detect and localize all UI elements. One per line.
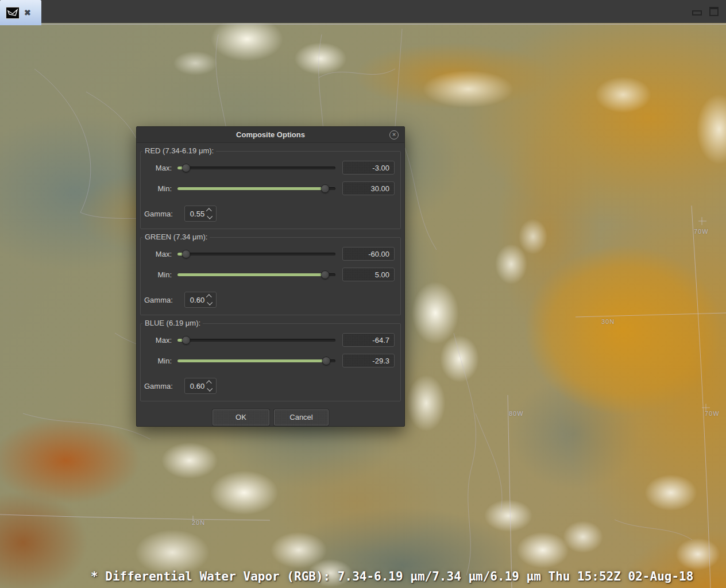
red-group-label: RED (7.34-6.19 μm): (142, 146, 216, 155)
green-gamma-label: Gamma: (144, 296, 173, 304)
blue-max-label: Max: (144, 336, 172, 345)
slider-handle[interactable] (322, 357, 330, 365)
maximize-icon (709, 7, 719, 16)
blue-max-slider[interactable] (177, 336, 335, 345)
graticule-label-70w-upper: 70W (694, 228, 709, 235)
spinner-up-icon[interactable] (206, 208, 212, 214)
blue-max-row: Max: -64.7 (144, 333, 395, 347)
composite-options-dialog: Composite Options ✕ RED (7.34-6.19 μm): … (136, 126, 405, 427)
red-min-label: Min: (144, 184, 172, 193)
slider-track[interactable] (177, 253, 335, 256)
slider-fill (177, 187, 325, 190)
graticule-label-30n: 30N (601, 318, 615, 325)
green-channel-group: GREEN (7.34 μm): Max: -60.00 Min: 5.00 (140, 237, 401, 315)
blue-gamma-spinner[interactable]: 0.60 (184, 378, 217, 394)
green-group-label: GREEN (7.34 μm): (142, 233, 210, 241)
blue-min-value-field[interactable]: -29.3 (342, 354, 395, 368)
slider-track[interactable] (177, 339, 335, 342)
green-max-value-field[interactable]: -60.00 (342, 247, 395, 261)
ok-button[interactable]: OK (213, 409, 269, 425)
dialog-titlebar[interactable]: Composite Options ✕ (137, 127, 404, 143)
spinner-up-icon[interactable] (206, 380, 212, 386)
red-max-value-field[interactable]: -3.00 (342, 161, 395, 175)
tab-thumbnail-icon (6, 7, 20, 19)
window-titlebar: ✖ (0, 0, 726, 23)
dialog-close-icon[interactable]: ✕ (389, 130, 399, 140)
slider-track[interactable] (177, 167, 335, 169)
green-gamma-spinner[interactable]: 0.60 (184, 292, 217, 308)
tab-close-icon[interactable]: ✖ (24, 9, 31, 17)
red-gamma-value[interactable]: 0.55 (190, 210, 206, 218)
image-annotation-text: * Differential Water Vapor (RGB): 7.34-6… (91, 570, 693, 583)
slider-fill (177, 359, 326, 362)
blue-gamma-label: Gamma: (144, 382, 173, 390)
red-gamma-row: Gamma: 0.55 (144, 206, 395, 222)
red-gamma-spinner[interactable]: 0.55 (184, 206, 217, 222)
graticule-label-70w-lower: 70W (705, 410, 720, 417)
spinner-buttons (206, 295, 213, 305)
blue-gamma-row: Gamma: 0.60 (144, 378, 395, 394)
graticule-label-80w: 80W (509, 410, 524, 417)
red-max-row: Max: -3.00 (144, 161, 395, 175)
dialog-button-row: OK Cancel (137, 409, 404, 425)
slider-fill (177, 273, 325, 276)
graticule-label-20n: 20N (192, 519, 205, 526)
blue-min-row: Min: -29.3 (144, 354, 395, 368)
minimize-icon (692, 10, 702, 16)
red-min-row: Min: 30.00 (144, 181, 395, 195)
red-max-label: Max: (144, 164, 172, 172)
red-gamma-label: Gamma: (144, 210, 173, 218)
green-min-label: Min: (144, 270, 172, 279)
blue-max-value-field[interactable]: -64.7 (342, 333, 395, 347)
green-gamma-value[interactable]: 0.60 (190, 296, 206, 304)
slider-handle[interactable] (181, 164, 190, 172)
spinner-up-icon[interactable] (206, 294, 212, 300)
green-max-row: Max: -60.00 (144, 247, 395, 261)
slider-handle[interactable] (181, 250, 190, 258)
spinner-down-icon[interactable] (207, 214, 213, 219)
dialog-body: RED (7.34-6.19 μm): Max: -3.00 Min: 30.0… (137, 143, 404, 425)
green-max-label: Max: (144, 250, 172, 258)
spinner-down-icon[interactable] (207, 386, 213, 392)
minimize-button[interactable] (689, 0, 704, 23)
dialog-title: Composite Options (236, 130, 305, 139)
red-min-slider[interactable] (177, 184, 335, 193)
green-min-value-field[interactable]: 5.00 (342, 268, 395, 281)
maximize-button[interactable] (706, 0, 721, 23)
cancel-button[interactable]: Cancel (274, 409, 329, 425)
slider-handle[interactable] (181, 336, 190, 345)
blue-min-label: Min: (144, 357, 172, 365)
red-channel-group: RED (7.34-6.19 μm): Max: -3.00 Min: 30.0… (140, 151, 401, 229)
blue-channel-group: BLUE (6.19 μm): Max: -64.7 Min: -29.3 (140, 323, 401, 401)
red-max-slider[interactable] (177, 164, 335, 172)
spinner-buttons (206, 381, 213, 391)
blue-gamma-value[interactable]: 0.60 (190, 382, 206, 390)
spinner-buttons (206, 208, 213, 219)
green-min-slider[interactable] (177, 270, 335, 279)
red-min-value-field[interactable]: 30.00 (342, 181, 395, 195)
blue-group-label: BLUE (6.19 μm): (142, 319, 203, 327)
green-min-row: Min: 5.00 (144, 268, 395, 281)
slider-handle[interactable] (321, 270, 330, 279)
green-gamma-row: Gamma: 0.60 (144, 292, 395, 308)
slider-handle[interactable] (321, 184, 330, 193)
blue-min-slider[interactable] (177, 357, 335, 365)
green-max-slider[interactable] (177, 250, 335, 258)
spinner-down-icon[interactable] (207, 300, 213, 305)
image-tab[interactable]: ✖ (0, 0, 41, 25)
